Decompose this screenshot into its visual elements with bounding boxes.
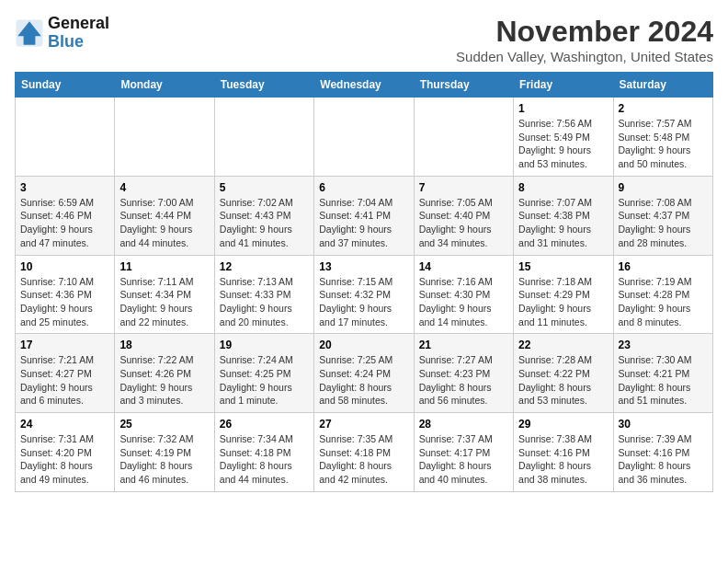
calendar-cell xyxy=(214,98,313,177)
day-number: 10 xyxy=(20,260,109,273)
day-info: Sunrise: 7:31 AMSunset: 4:20 PMDaylight:… xyxy=(20,432,109,487)
day-info: Sunrise: 7:37 AMSunset: 4:17 PMDaylight:… xyxy=(419,432,508,487)
calendar-cell: 2Sunrise: 7:57 AMSunset: 5:48 PMDaylight… xyxy=(613,98,712,177)
calendar-cell: 9Sunrise: 7:08 AMSunset: 4:37 PMDaylight… xyxy=(613,176,712,255)
logo-icon xyxy=(15,18,44,48)
day-info: Sunrise: 7:07 AMSunset: 4:38 PMDaylight:… xyxy=(518,196,608,250)
page-header: General Blue November 2024 Sudden Valley… xyxy=(15,15,713,64)
day-number: 12 xyxy=(220,260,309,273)
calendar-cell: 20Sunrise: 7:25 AMSunset: 4:24 PMDayligh… xyxy=(314,334,414,413)
calendar-cell: 21Sunrise: 7:27 AMSunset: 4:23 PMDayligh… xyxy=(414,334,513,413)
calendar-cell: 1Sunrise: 7:56 AMSunset: 5:49 PMDaylight… xyxy=(514,98,613,177)
day-number: 11 xyxy=(119,260,209,273)
day-info: Sunrise: 7:57 AMSunset: 5:48 PMDaylight:… xyxy=(619,117,708,171)
day-info: Sunrise: 7:15 AMSunset: 4:32 PMDaylight:… xyxy=(319,275,408,329)
day-info: Sunrise: 7:35 AMSunset: 4:18 PMDaylight:… xyxy=(319,432,408,487)
weekday-header-row: SundayMondayTuesdayWednesdayThursdayFrid… xyxy=(16,73,713,98)
calendar-cell xyxy=(115,98,214,177)
day-number: 4 xyxy=(119,181,209,194)
calendar-cell: 17Sunrise: 7:21 AMSunset: 4:27 PMDayligh… xyxy=(16,334,115,413)
calendar-cell: 25Sunrise: 7:32 AMSunset: 4:19 PMDayligh… xyxy=(115,413,214,492)
day-info: Sunrise: 7:11 AMSunset: 4:34 PMDaylight:… xyxy=(119,275,209,329)
calendar-cell: 16Sunrise: 7:19 AMSunset: 4:28 PMDayligh… xyxy=(613,255,712,334)
day-number: 25 xyxy=(119,418,209,431)
calendar-table: SundayMondayTuesdayWednesdayThursdayFrid… xyxy=(15,72,713,492)
calendar-cell xyxy=(16,98,115,177)
calendar-cell: 6Sunrise: 7:04 AMSunset: 4:41 PMDaylight… xyxy=(314,176,414,255)
month-title: November 2024 xyxy=(456,15,713,49)
location-title: Sudden Valley, Washington, United States xyxy=(456,49,713,64)
calendar-cell: 5Sunrise: 7:02 AMSunset: 4:43 PMDaylight… xyxy=(214,176,313,255)
calendar-cell: 23Sunrise: 7:30 AMSunset: 4:21 PMDayligh… xyxy=(613,334,712,413)
title-area: November 2024 Sudden Valley, Washington,… xyxy=(456,15,713,64)
calendar-cell xyxy=(314,98,414,177)
day-number: 14 xyxy=(419,260,508,273)
weekday-header-thursday: Thursday xyxy=(414,73,513,98)
day-info: Sunrise: 7:27 AMSunset: 4:23 PMDaylight:… xyxy=(419,353,508,408)
calendar-cell: 27Sunrise: 7:35 AMSunset: 4:18 PMDayligh… xyxy=(314,413,414,492)
day-info: Sunrise: 7:22 AMSunset: 4:26 PMDaylight:… xyxy=(119,353,209,408)
calendar-cell: 26Sunrise: 7:34 AMSunset: 4:18 PMDayligh… xyxy=(214,413,313,492)
weekday-header-friday: Friday xyxy=(514,73,613,98)
day-number: 27 xyxy=(319,418,408,431)
day-number: 3 xyxy=(20,181,109,194)
calendar-cell: 19Sunrise: 7:24 AMSunset: 4:25 PMDayligh… xyxy=(214,334,313,413)
day-number: 16 xyxy=(619,260,708,273)
calendar-week-4: 17Sunrise: 7:21 AMSunset: 4:27 PMDayligh… xyxy=(16,334,713,413)
logo-text: General Blue xyxy=(48,15,109,52)
day-info: Sunrise: 7:02 AMSunset: 4:43 PMDaylight:… xyxy=(220,196,309,250)
day-info: Sunrise: 7:00 AMSunset: 4:44 PMDaylight:… xyxy=(119,196,209,250)
calendar-cell: 29Sunrise: 7:38 AMSunset: 4:16 PMDayligh… xyxy=(514,413,613,492)
calendar-cell: 13Sunrise: 7:15 AMSunset: 4:32 PMDayligh… xyxy=(314,255,414,334)
day-info: Sunrise: 7:28 AMSunset: 4:22 PMDaylight:… xyxy=(518,353,608,408)
day-info: Sunrise: 7:13 AMSunset: 4:33 PMDaylight:… xyxy=(220,275,309,329)
day-number: 19 xyxy=(220,339,309,351)
calendar-cell: 24Sunrise: 7:31 AMSunset: 4:20 PMDayligh… xyxy=(16,413,115,492)
calendar-week-3: 10Sunrise: 7:10 AMSunset: 4:36 PMDayligh… xyxy=(16,255,713,334)
day-number: 5 xyxy=(220,181,309,194)
day-info: Sunrise: 7:39 AMSunset: 4:16 PMDaylight:… xyxy=(619,432,708,487)
day-number: 6 xyxy=(319,181,408,194)
calendar-week-1: 1Sunrise: 7:56 AMSunset: 5:49 PMDaylight… xyxy=(16,98,713,177)
day-info: Sunrise: 7:19 AMSunset: 4:28 PMDaylight:… xyxy=(619,275,708,329)
day-number: 18 xyxy=(119,339,209,351)
calendar-cell: 12Sunrise: 7:13 AMSunset: 4:33 PMDayligh… xyxy=(214,255,313,334)
day-info: Sunrise: 7:08 AMSunset: 4:37 PMDaylight:… xyxy=(619,196,708,250)
day-number: 22 xyxy=(518,339,608,351)
calendar-cell xyxy=(414,98,513,177)
day-number: 17 xyxy=(20,339,109,351)
day-number: 7 xyxy=(419,181,508,194)
weekday-header-monday: Monday xyxy=(115,73,214,98)
day-info: Sunrise: 7:05 AMSunset: 4:40 PMDaylight:… xyxy=(419,196,508,250)
calendar-week-2: 3Sunrise: 6:59 AMSunset: 4:46 PMDaylight… xyxy=(16,176,713,255)
day-number: 28 xyxy=(419,418,508,431)
weekday-header-saturday: Saturday xyxy=(613,73,712,98)
calendar-cell: 22Sunrise: 7:28 AMSunset: 4:22 PMDayligh… xyxy=(514,334,613,413)
day-info: Sunrise: 7:38 AMSunset: 4:16 PMDaylight:… xyxy=(518,432,608,487)
day-number: 13 xyxy=(319,260,408,273)
day-number: 15 xyxy=(518,260,608,273)
calendar-cell: 15Sunrise: 7:18 AMSunset: 4:29 PMDayligh… xyxy=(514,255,613,334)
weekday-header-tuesday: Tuesday xyxy=(214,73,313,98)
day-info: Sunrise: 6:59 AMSunset: 4:46 PMDaylight:… xyxy=(20,196,109,250)
day-number: 21 xyxy=(419,339,508,351)
day-number: 26 xyxy=(220,418,309,431)
calendar-cell: 3Sunrise: 6:59 AMSunset: 4:46 PMDaylight… xyxy=(16,176,115,255)
day-number: 29 xyxy=(518,418,608,431)
day-number: 20 xyxy=(319,339,408,351)
calendar-cell: 4Sunrise: 7:00 AMSunset: 4:44 PMDaylight… xyxy=(115,176,214,255)
day-info: Sunrise: 7:30 AMSunset: 4:21 PMDaylight:… xyxy=(619,353,708,408)
weekday-header-wednesday: Wednesday xyxy=(314,73,414,98)
day-number: 1 xyxy=(518,102,608,115)
logo-blue: Blue xyxy=(48,32,84,51)
calendar-cell: 30Sunrise: 7:39 AMSunset: 4:16 PMDayligh… xyxy=(613,413,712,492)
calendar-cell: 8Sunrise: 7:07 AMSunset: 4:38 PMDaylight… xyxy=(514,176,613,255)
calendar-cell: 28Sunrise: 7:37 AMSunset: 4:17 PMDayligh… xyxy=(414,413,513,492)
day-number: 23 xyxy=(619,339,708,351)
calendar-cell: 7Sunrise: 7:05 AMSunset: 4:40 PMDaylight… xyxy=(414,176,513,255)
logo-general: General xyxy=(48,15,109,33)
day-number: 2 xyxy=(619,102,708,115)
day-number: 9 xyxy=(619,181,708,194)
day-number: 24 xyxy=(20,418,109,431)
logo: General Blue xyxy=(15,15,109,52)
